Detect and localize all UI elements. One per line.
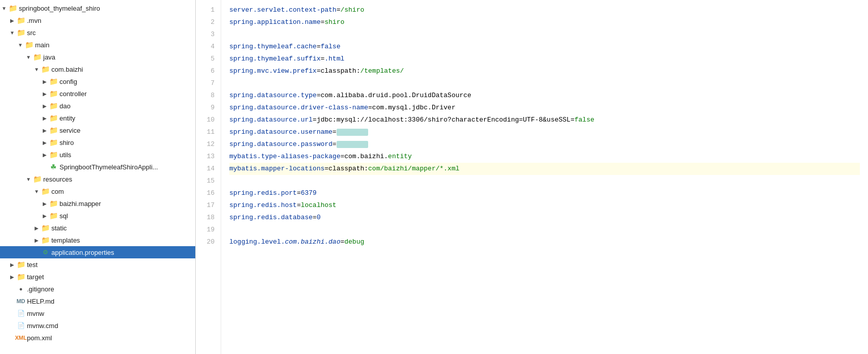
tree-item-springboot_root[interactable]: 📁springboot_thymeleaf_shiro — [0, 2, 195, 14]
prop-equals: = — [320, 53, 324, 65]
tree-item-pomxml[interactable]: XMLpom.xml — [0, 332, 195, 344]
tree-arrow — [24, 53, 33, 61]
folder-yellow-icon: 📁 — [16, 273, 25, 281]
tree-label: static — [51, 224, 67, 232]
code-line: spring.thymeleaf.suffix=.html — [229, 53, 860, 65]
tree-item-mvnwcmd[interactable]: 📄mvnw.cmd — [0, 319, 195, 332]
folder-icon: 📁 — [49, 114, 58, 122]
prop-equals: = — [324, 163, 328, 175]
folder-icon: 📁 — [41, 65, 50, 73]
tree-arrow — [33, 248, 41, 256]
tree-item-combaizhi[interactable]: 📁com.baizhi — [0, 63, 195, 75]
code-line: spring.redis.host=localhost — [229, 199, 860, 212]
tree-label: target — [27, 273, 44, 281]
tree-arrow — [41, 102, 49, 110]
line-number: 18 — [200, 212, 215, 224]
tree-item-target[interactable]: 📁target — [0, 271, 195, 283]
tree-arrow — [24, 175, 33, 183]
prop-value: shiro — [324, 16, 344, 28]
xml-icon: XML — [16, 334, 25, 342]
folder-icon: 📁 — [41, 187, 50, 195]
tree-item-dao[interactable]: 📁dao — [0, 100, 195, 112]
tree-label: mvnw — [27, 310, 44, 317]
tree-arrow — [41, 114, 49, 122]
tree-label: service — [59, 127, 80, 134]
folder-icon: 📁 — [49, 126, 58, 134]
tree-item-static[interactable]: 📁static — [0, 222, 195, 234]
prop-key: spring.datasource.password — [229, 138, 333, 151]
prop-key: mybatis.type-aliases-package — [229, 151, 340, 163]
tree-item-test[interactable]: 📁test — [0, 258, 195, 271]
folder-icon: 📁 — [16, 16, 25, 24]
tree-arrow — [8, 321, 16, 330]
prop-value-blurred — [337, 141, 368, 148]
prop-equals: = — [317, 90, 321, 102]
prop-key: spring.datasource.username — [229, 126, 333, 138]
line-number: 13 — [200, 151, 215, 163]
tree-item-utils[interactable]: 📁utils — [0, 149, 195, 161]
tree-item-java[interactable]: 📁java — [0, 51, 195, 63]
code-line: spring.datasource.url=jdbc:mysql://local… — [229, 114, 860, 126]
tree-item-src[interactable]: 📁src — [0, 26, 195, 39]
code-line: spring.thymeleaf.cache=false — [229, 41, 860, 53]
tree-item-SpringbootApp[interactable]: ☘SpringbootThymeleafShiroAppli... — [0, 161, 195, 173]
folder-icon: 📁 — [8, 4, 17, 12]
tree-item-controller[interactable]: 📁controller — [0, 87, 195, 100]
tree-item-templates[interactable]: 📁templates — [0, 234, 195, 246]
tree-arrow — [41, 199, 49, 208]
line-number: 15 — [200, 175, 215, 187]
properties-icon: ⚙ — [41, 248, 50, 256]
tree-arrow — [8, 260, 16, 269]
prop-key: logging.level. — [229, 236, 285, 248]
folder-icon: 📁 — [49, 199, 58, 208]
prop-equals: = — [297, 187, 301, 199]
tree-label: baizhi.mapper — [59, 200, 101, 208]
tree-arrow — [41, 90, 49, 98]
tree-arrow — [33, 224, 41, 232]
tree-arrow — [33, 236, 41, 244]
tree-item-application_props[interactable]: ⚙application.properties — [0, 246, 195, 258]
tree-label: SpringbootThymeleafShiroAppli... — [59, 163, 158, 171]
folder-icon: 📁 — [49, 151, 58, 159]
tree-item-entity[interactable]: 📁entity — [0, 112, 195, 124]
tree-item-gitignore[interactable]: ●.gitignore — [0, 283, 195, 295]
tree-item-mvn[interactable]: 📁.mvn — [0, 14, 195, 26]
tree-arrow — [33, 187, 41, 195]
tree-arrow — [16, 41, 24, 49]
code-line: spring.datasource.username= — [229, 126, 860, 138]
tree-item-helpmd[interactable]: MDHELP.md — [0, 295, 195, 307]
tree-item-com[interactable]: 📁com — [0, 185, 195, 197]
prop-key: spring.application.name — [229, 16, 320, 28]
prop-key: spring.datasource.url — [229, 114, 313, 126]
tree-item-baizhimapper[interactable]: 📁baizhi.mapper — [0, 197, 195, 210]
tree-arrow — [41, 163, 49, 171]
code-content[interactable]: server.servlet.context-path=/shirospring… — [221, 0, 868, 354]
tree-item-service[interactable]: 📁service — [0, 124, 195, 136]
tree-arrow — [8, 273, 16, 281]
code-line: mybatis.type-aliases-package=com.baizhi.… — [229, 151, 860, 163]
tree-arrow — [8, 16, 16, 24]
code-line — [229, 175, 860, 187]
prop-equals: = — [333, 126, 337, 138]
tree-item-main[interactable]: 📁main — [0, 39, 195, 51]
tree-item-sql[interactable]: 📁sql — [0, 210, 195, 222]
prop-value: false — [320, 41, 340, 53]
prop-value-blurred — [337, 129, 368, 136]
tree-label: src — [27, 29, 36, 37]
gitignore-icon: ● — [16, 285, 25, 293]
tree-arrow — [41, 212, 49, 220]
prop-equals: = — [340, 151, 344, 163]
tree-item-config[interactable]: 📁config — [0, 75, 195, 87]
tree-label: main — [35, 41, 49, 49]
tree-item-resources[interactable]: 📁resources — [0, 173, 195, 185]
tree-item-shiro[interactable]: 📁shiro — [0, 136, 195, 149]
prop-equals: = — [313, 114, 317, 126]
code-line: spring.datasource.password= — [229, 138, 860, 151]
prop-equals: = — [313, 212, 317, 224]
tree-item-mvnw[interactable]: 📄mvnw — [0, 307, 195, 319]
line-number: 5 — [200, 53, 215, 65]
tree-label: test — [27, 261, 38, 269]
code-line: logging.level.com.baizhi.dao=debug — [229, 236, 860, 248]
prop-equals: = — [320, 16, 324, 28]
prop-equals: = — [317, 65, 321, 77]
